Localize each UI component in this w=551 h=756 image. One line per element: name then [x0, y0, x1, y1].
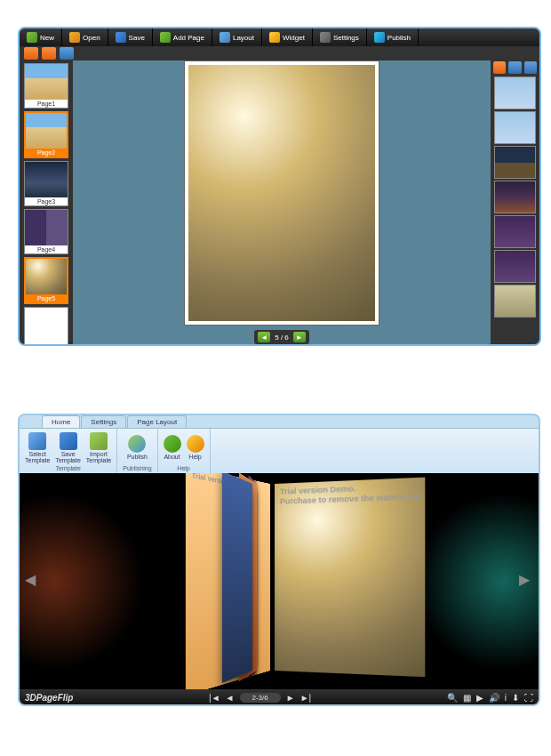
group-label: Publishing [123, 464, 151, 471]
button-label: Add Page [173, 34, 204, 42]
thumb-label: Page6 [25, 343, 68, 346]
add-icon [160, 32, 171, 43]
publish-button[interactable]: Publish [367, 28, 419, 46]
open-icon [69, 32, 80, 43]
pages-sidebar: Page1Page2Page3Page4Page5Page6 [20, 60, 73, 344]
select-button[interactable]: Select Template [25, 430, 50, 464]
save-button[interactable]: Save [108, 28, 153, 46]
import-button[interactable]: Import Template [86, 430, 111, 464]
button-label: Layout [233, 34, 254, 42]
last-page-button[interactable]: ►| [300, 693, 312, 703]
thumbnails-icon[interactable]: ▦ [463, 693, 471, 703]
button-label: Publish [387, 34, 411, 42]
button-label: Help [188, 454, 201, 460]
ribbon-tabs: HomeSettingsPage Layout [20, 415, 539, 428]
thumb-label: Page3 [25, 197, 68, 205]
tool-btn[interactable] [42, 47, 56, 60]
tool-btn[interactable] [60, 47, 74, 60]
prev-page-button[interactable]: ◄ [226, 693, 235, 703]
asset-thumb[interactable] [494, 215, 536, 248]
asset-thumb[interactable] [494, 76, 536, 109]
asset-tab[interactable] [524, 61, 537, 74]
first-page-button[interactable]: |◄ [209, 693, 220, 703]
book-flipping-page [222, 473, 252, 682]
thumb-image [25, 64, 68, 100]
thumb-image [26, 113, 67, 149]
flipbook[interactable]: Trial version Demo. Purchase to remove t… [110, 484, 448, 680]
button-label: Settings [333, 34, 359, 42]
ribbon: Select TemplateSave TemplateImport Templ… [20, 428, 539, 473]
pub-icon [128, 435, 146, 453]
save-button[interactable]: Save Template [55, 430, 80, 464]
autoplay-icon[interactable]: ▶ [476, 693, 483, 703]
watermark-text: Trial version Demo. Purchase to remove t… [280, 481, 420, 506]
widget-button[interactable]: Widget [262, 28, 313, 46]
sound-icon[interactable]: 🔊 [489, 693, 499, 703]
group-label: Help [177, 464, 189, 471]
view-controls: 🔍 ▦ ▶ 🔊 i ⬇ ⛶ [447, 693, 533, 703]
button-label: About [164, 454, 180, 460]
page-thumb[interactable]: Page2 [24, 111, 68, 158]
tool-btn[interactable] [24, 47, 38, 60]
bottom-bar: 3DPageFlip |◄ ◄ 2-3/6 ► ►| 🔍 ▦ ▶ 🔊 i ⬇ ⛶ [20, 689, 539, 705]
thumb-image [26, 259, 67, 294]
canvas-area: ◄ 5 / 6 ► [73, 60, 491, 344]
button-label: Save Template [55, 451, 80, 463]
button-label: Widget [283, 34, 305, 42]
page-editor-window: NewOpenSaveAdd PageLayoutWidgetSettingsP… [18, 27, 541, 346]
book-right-page: Trial version Demo. Purchase to remove t… [275, 477, 425, 677]
settings-button[interactable]: Settings [313, 28, 367, 46]
prev-page-button[interactable]: ◄ [258, 332, 270, 342]
group-label: Template [55, 464, 80, 471]
thumb-label: Page5 [26, 294, 67, 302]
app-logo: 3DPageFlip [25, 693, 73, 703]
info-icon[interactable]: i [505, 693, 507, 703]
open-button[interactable]: Open [62, 28, 108, 46]
page-thumb[interactable]: Page5 [24, 257, 68, 304]
asset-thumb[interactable] [494, 250, 536, 283]
page-thumb[interactable]: Page6 [24, 307, 68, 346]
asset-thumb[interactable] [494, 285, 536, 318]
page-controls: |◄ ◄ 2-3/6 ► ►| [73, 693, 446, 703]
asset-tab[interactable] [493, 61, 506, 74]
next-page-button[interactable]: ► [293, 332, 306, 342]
download-icon[interactable]: ⬇ [512, 693, 519, 703]
help-icon [187, 435, 204, 453]
button-label: Open [83, 34, 100, 42]
about-icon [164, 435, 181, 453]
asset-tabs [491, 60, 539, 75]
asset-thumb[interactable] [494, 146, 536, 179]
page-thumb[interactable]: Page3 [24, 161, 68, 206]
button-label: Select Template [25, 451, 50, 463]
thumb-image [25, 308, 68, 343]
tab-home[interactable]: Home [42, 415, 80, 428]
button-label: Publish [127, 454, 148, 460]
help-button[interactable]: Help [187, 430, 204, 464]
fullscreen-icon[interactable]: ⛶ [524, 693, 533, 703]
publish-button[interactable]: Publish [127, 430, 148, 464]
layout-button[interactable]: Layout [212, 28, 262, 46]
main-toolbar: NewOpenSaveAdd PageLayoutWidgetSettingsP… [20, 28, 539, 46]
next-arrow-button[interactable]: ▶ [519, 571, 533, 592]
page-thumb[interactable]: Page1 [24, 63, 68, 109]
tab-settings[interactable]: Settings [81, 415, 126, 428]
about-button[interactable]: About [164, 430, 181, 464]
prev-arrow-button[interactable]: ◀ [25, 571, 39, 592]
zoom-icon[interactable]: 🔍 [447, 693, 458, 703]
page-display: 2-3/6 [240, 693, 281, 703]
new-button[interactable]: New [20, 28, 62, 46]
page-canvas[interactable] [184, 60, 379, 326]
canvas-image [188, 65, 375, 321]
add-page-button[interactable]: Add Page [153, 28, 212, 46]
next-page-button[interactable]: ► [286, 693, 295, 703]
imp-icon [90, 432, 108, 450]
ribbon-group-template: Select TemplateSave TemplateImport Templ… [20, 429, 117, 473]
asset-tab[interactable] [508, 61, 521, 74]
page-thumb[interactable]: Page4 [24, 209, 68, 254]
asset-thumb[interactable] [494, 111, 536, 144]
sub-toolbar [20, 46, 539, 60]
tab-page-layout[interactable]: Page Layout [127, 415, 187, 428]
asset-thumb[interactable] [494, 181, 536, 213]
button-label: Import Template [86, 451, 111, 463]
thumb-image [25, 210, 68, 245]
